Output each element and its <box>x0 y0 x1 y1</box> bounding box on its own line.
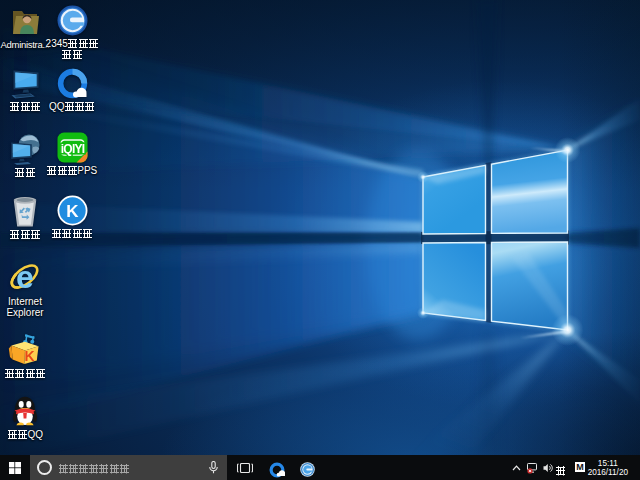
svg-text:e: e <box>16 260 34 294</box>
svg-text:K: K <box>24 348 34 364</box>
svg-text:iQIYI: iQIYI <box>60 142 84 156</box>
svg-text:K: K <box>66 202 79 221</box>
